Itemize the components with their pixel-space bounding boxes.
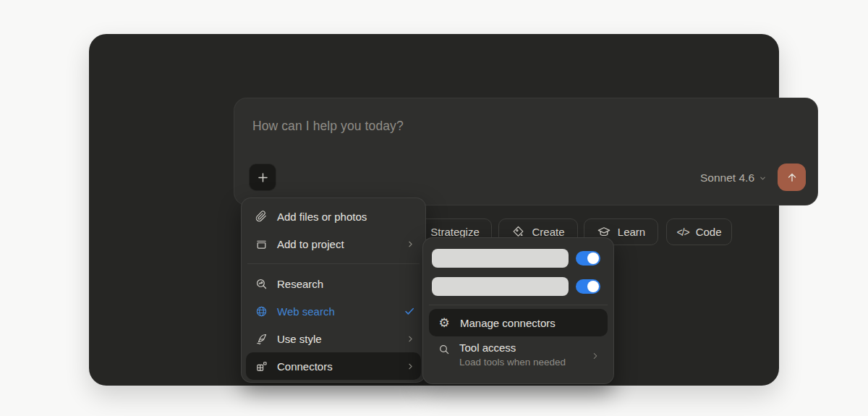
chevron-right-icon <box>406 362 415 371</box>
menu-item-add-files[interactable]: Add files or photos <box>246 203 421 230</box>
menu-item-label: Connectors <box>277 360 396 373</box>
menu-item-use-style[interactable]: Use style <box>246 325 421 352</box>
attachments-menu: Add files or photos Add to project Resea… <box>241 198 426 383</box>
style-quill-icon <box>255 333 268 345</box>
menu-item-label: Research <box>277 278 415 290</box>
connector-toggle-on[interactable] <box>576 251 600 266</box>
connector-row <box>429 244 608 272</box>
menu-item-label: Add to project <box>277 238 396 250</box>
menu-divider <box>429 305 608 305</box>
tool-access-title: Tool access <box>459 341 566 354</box>
connector-toggle-on[interactable] <box>576 279 600 294</box>
arrow-up-icon <box>786 171 799 184</box>
send-button[interactable] <box>778 164 806 191</box>
web-globe-icon <box>255 305 268 318</box>
code-icon: </> <box>676 226 689 238</box>
connector-name-redacted <box>432 277 569 296</box>
toggle-knob <box>587 281 599 292</box>
menu-item-label: Web search <box>277 305 394 318</box>
chevron-right-icon <box>406 239 415 249</box>
composer-placeholder: How can I help you today? <box>252 119 404 134</box>
paperclip-icon <box>255 211 268 222</box>
menu-item-label: Manage connectors <box>460 317 602 329</box>
menu-item-web-search[interactable]: Web search <box>246 297 421 325</box>
menu-item-label: Add files or photos <box>277 211 415 223</box>
research-icon <box>255 278 268 290</box>
connectors-submenu: ⚙ Manage connectors Tool access Load too… <box>422 237 614 384</box>
chip-label: Create <box>532 226 564 238</box>
gear-icon: ⚙ <box>438 317 451 329</box>
connector-name-redacted <box>432 249 569 268</box>
chip-code[interactable]: </> Code <box>666 218 732 245</box>
menu-item-tool-access[interactable]: Tool access Load tools when needed <box>429 336 608 377</box>
chip-label: Code <box>696 226 722 238</box>
menu-item-research[interactable]: Research <box>246 270 421 297</box>
model-selector[interactable]: Sonnet 4.6 <box>700 171 767 184</box>
menu-item-manage-connectors[interactable]: ⚙ Manage connectors <box>429 309 608 336</box>
tool-access-subtitle: Load tools when needed <box>459 357 566 368</box>
attach-menu-button[interactable] <box>249 164 276 191</box>
model-selector-label: Sonnet 4.6 <box>700 171 754 184</box>
menu-item-connectors[interactable]: Connectors <box>246 352 421 380</box>
chevron-right-icon <box>590 351 600 361</box>
toggle-knob <box>587 252 599 264</box>
connectors-icon <box>255 360 268 373</box>
app-window: How can I help you today? Sonnet 4.6 <box>89 34 779 386</box>
check-icon <box>404 305 415 317</box>
connector-row <box>429 272 608 300</box>
chevron-right-icon <box>406 334 415 344</box>
project-tray-icon <box>255 238 268 250</box>
menu-item-add-to-project[interactable]: Add to project <box>246 230 421 258</box>
chevron-down-icon <box>759 174 767 182</box>
menu-item-label: Use style <box>277 333 396 345</box>
menu-divider <box>247 263 420 264</box>
search-icon <box>438 344 451 355</box>
plus-icon <box>256 171 270 184</box>
chip-label: Strategize <box>430 226 480 238</box>
chip-label: Learn <box>618 226 645 238</box>
app-background: How can I help you today? Sonnet 4.6 <box>0 0 868 416</box>
composer-input[interactable]: How can I help you today? Sonnet 4.6 <box>234 98 818 205</box>
